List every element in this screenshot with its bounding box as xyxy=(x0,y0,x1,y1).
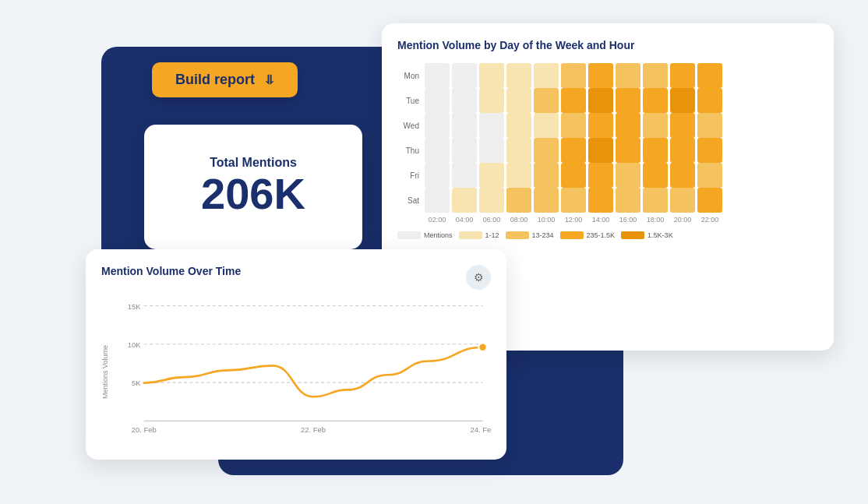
heatmap-cell xyxy=(534,188,559,213)
heatmap-hour-label: 18:00 xyxy=(643,216,668,224)
heatmap-cell xyxy=(670,138,695,163)
heatmap-cell xyxy=(561,188,586,213)
heatmap-cell xyxy=(616,88,640,113)
heatmap-hour-label: 20:00 xyxy=(670,216,695,224)
line-chart-svg: 15K10K5K20. Feb22. Feb24. Feb xyxy=(115,298,491,446)
scene: Build report ⥥ Total Mentions 206K Menti… xyxy=(0,0,868,504)
legend-item: 1-12 xyxy=(459,231,499,239)
heatmap-cell xyxy=(561,138,586,163)
legend-swatch xyxy=(459,231,482,239)
heatmap-cell xyxy=(643,138,668,163)
heatmap-hour-label: 16:00 xyxy=(616,216,640,224)
heatmap-cell xyxy=(697,88,722,113)
heatmap-cell xyxy=(588,188,613,213)
heatmap-cell xyxy=(588,113,613,138)
heatmap-cell xyxy=(479,63,504,88)
build-report-label: Build report xyxy=(175,72,255,88)
linechart-header: Mention Volume Over Time ⚙ xyxy=(101,265,491,290)
build-report-button[interactable]: Build report ⥥ xyxy=(152,62,298,97)
legend-item: 13-234 xyxy=(506,231,554,239)
heatmap-cell xyxy=(479,163,504,188)
heatmap-cell xyxy=(561,163,586,188)
y-axis-label: Mentions Volume xyxy=(101,298,115,446)
heatmap-cell xyxy=(452,113,477,138)
heatmap-cell xyxy=(643,163,668,188)
heatmap-cell xyxy=(506,113,531,138)
heatmap-cell xyxy=(506,163,531,188)
heatmap-cell xyxy=(561,113,586,138)
heatmap-cell xyxy=(643,88,668,113)
svg-point-10 xyxy=(478,343,486,351)
line-chart-card: Mention Volume Over Time ⚙ Mentions Volu… xyxy=(86,249,506,460)
legend-item: Mentions xyxy=(397,231,453,239)
linechart-title: Mention Volume Over Time xyxy=(101,265,241,277)
heatmap-cell xyxy=(616,188,640,213)
heatmap-row: Mon xyxy=(397,63,818,88)
gear-button[interactable]: ⚙ xyxy=(466,265,491,290)
heatmap-cell xyxy=(506,63,531,88)
heatmap-row: Tue xyxy=(397,88,818,113)
heatmap-cell xyxy=(425,63,450,88)
heatmap-row: Thu xyxy=(397,138,818,163)
legend-item: 1.5K-3K xyxy=(621,231,673,239)
heatmap-cell xyxy=(670,63,695,88)
heatmap-cell xyxy=(534,63,559,88)
svg-text:5K: 5K xyxy=(132,379,141,387)
heatmap-row: Wed xyxy=(397,113,818,138)
heatmap-cell xyxy=(697,163,722,188)
legend-swatch xyxy=(560,231,584,239)
heatmap-cell xyxy=(588,63,613,88)
heatmap-day-label: Fri xyxy=(397,171,419,180)
heatmap-cell xyxy=(534,138,559,163)
heatmap-cell xyxy=(588,88,613,113)
heatmap-hour-label: 02:00 xyxy=(425,216,450,224)
svg-text:15K: 15K xyxy=(128,302,141,311)
heatmap-cell xyxy=(506,188,531,213)
total-mentions-card: Total Mentions 206K xyxy=(144,125,362,249)
heatmap-cell xyxy=(670,113,695,138)
heatmap-title: Mention Volume by Day of the Week and Ho… xyxy=(397,39,818,51)
heatmap-cell xyxy=(452,88,477,113)
heatmap-cell xyxy=(697,188,722,213)
heatmap-cell xyxy=(425,138,450,163)
svg-text:20. Feb: 20. Feb xyxy=(132,425,157,434)
heatmap-day-label: Wed xyxy=(397,122,419,130)
heatmap-cell xyxy=(670,163,695,188)
heatmap-hour-label: 14:00 xyxy=(588,216,613,224)
heatmap-cell xyxy=(561,63,586,88)
heatmap-legend: Mentions1-1213-234235-1.5K1.5K-3K xyxy=(397,231,818,239)
heatmap-day-label: Tue xyxy=(397,97,419,105)
heatmap-cell xyxy=(425,88,450,113)
legend-label: 235-1.5K xyxy=(587,231,616,239)
legend-label: 1-12 xyxy=(485,231,499,239)
total-mentions-label: Total Mentions xyxy=(210,156,297,170)
svg-text:22. Feb: 22. Feb xyxy=(301,425,326,434)
heatmap-cell xyxy=(616,113,640,138)
heatmap-cell xyxy=(643,63,668,88)
heatmap-cell xyxy=(506,138,531,163)
heatmap-day-label: Mon xyxy=(397,72,419,80)
heatmap-row: Fri xyxy=(397,163,818,188)
heatmap-cell xyxy=(670,188,695,213)
heatmap-grid: MonTueWedThuFriSat02:0004:0006:0008:0010… xyxy=(397,63,818,224)
heatmap-cell xyxy=(534,113,559,138)
heatmap-cell xyxy=(425,163,450,188)
heatmap-cell xyxy=(588,138,613,163)
heatmap-cell xyxy=(697,63,722,88)
heatmap-cell xyxy=(479,188,504,213)
heatmap-hour-label: 06:00 xyxy=(479,216,504,224)
heatmap-day-label: Sat xyxy=(397,196,419,205)
heatmap-hour-label: 04:00 xyxy=(452,216,477,224)
legend-label: Mentions xyxy=(424,231,453,239)
heatmap-row: Sat xyxy=(397,188,818,213)
heatmap-cell xyxy=(616,63,640,88)
heatmap-cell xyxy=(643,113,668,138)
legend-swatch xyxy=(397,231,421,239)
legend-swatch xyxy=(506,231,529,239)
legend-swatch xyxy=(621,231,644,239)
heatmap-day-label: Thu xyxy=(397,146,419,155)
heatmap-cell xyxy=(452,163,477,188)
total-mentions-value: 206K xyxy=(201,170,305,218)
heatmap-cell xyxy=(616,138,640,163)
heatmap-cell xyxy=(452,188,477,213)
